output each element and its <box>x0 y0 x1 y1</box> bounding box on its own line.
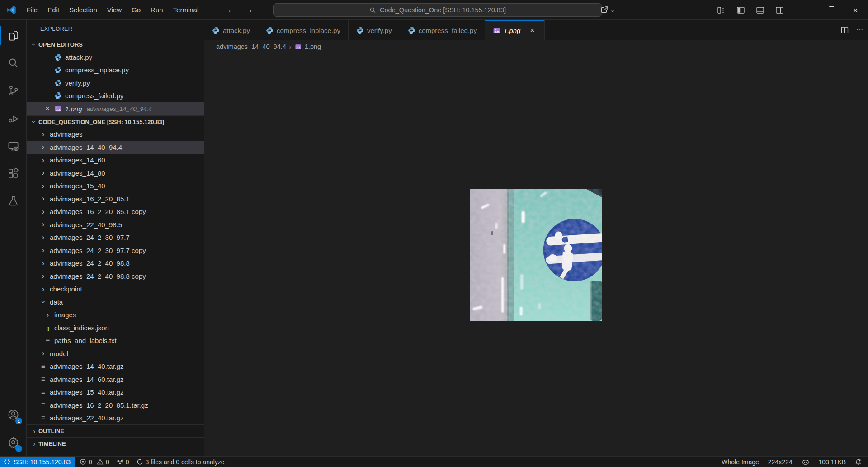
activitybar-testing[interactable] <box>0 187 26 215</box>
toggle-primary-sidebar-icon[interactable] <box>736 6 745 14</box>
error-icon <box>80 458 86 465</box>
activitybar-explorer[interactable] <box>0 22 26 49</box>
back-arrow-icon[interactable]: ← <box>227 5 236 15</box>
tree-item[interactable]: data <box>27 295 204 309</box>
activitybar-run-debug[interactable] <box>0 105 26 132</box>
bell-icon[interactable] <box>855 458 862 465</box>
open-editor-row[interactable]: compress_inplace.py <box>27 64 204 77</box>
tree-item[interactable]: advimages_24_2_30_97.7 <box>27 231 204 244</box>
more-actions-icon[interactable]: ⋯ <box>856 26 863 34</box>
progress-message: 3 files and 0 cells to analyze <box>146 458 225 466</box>
open-editor-row[interactable]: 1.png advimages_14_40_94.4 <box>27 102 204 115</box>
tree-item[interactable]: advimages_14_80 <box>27 167 204 180</box>
file-size[interactable]: 103.11KB <box>819 458 846 466</box>
breadcrumb-separator: › <box>289 43 292 51</box>
search-icon <box>7 57 19 69</box>
menu-edit[interactable]: Edit <box>42 4 64 15</box>
close-icon[interactable] <box>528 26 537 35</box>
minimize-button[interactable] <box>792 0 817 20</box>
ports-indicator[interactable]: 0 <box>117 458 129 466</box>
file-icon <box>39 130 47 139</box>
copilot-menu[interactable]: ⌄ <box>600 5 615 14</box>
menu-terminal[interactable]: Terminal <box>168 4 204 15</box>
restore-button[interactable] <box>817 0 843 20</box>
tab[interactable]: attack.py <box>204 20 258 40</box>
file-name: compress_inplace.py <box>65 66 129 74</box>
outline-section[interactable]: › OUTLINE <box>27 424 204 437</box>
activity-bar: 1 1 <box>0 20 27 456</box>
toggle-panel-icon[interactable] <box>756 6 764 14</box>
menu-view[interactable]: View <box>102 4 127 15</box>
close-window-button[interactable]: × <box>843 0 868 20</box>
tab[interactable]: compress_failed.py <box>400 20 485 40</box>
tree-item[interactable]: advimages_16_2_20_85.1 copy <box>27 205 204 219</box>
tree-item[interactable]: advimages_24_2_40_98.8 <box>27 257 204 270</box>
file-type-icon <box>408 27 415 34</box>
progress-indicator[interactable]: 3 files and 0 cells to analyze <box>137 458 225 466</box>
workspace-header[interactable]: › CODE_QUESTION_ONE [SSH: 10.155.120.83] <box>27 115 204 128</box>
tree-item[interactable]: advimages_22_40_98.5 <box>27 218 204 231</box>
open-editors-label: OPEN EDITORS <box>38 41 83 48</box>
forward-arrow-icon[interactable]: → <box>245 5 253 15</box>
customize-layout-icon[interactable] <box>717 6 726 14</box>
tree-item[interactable]: paths_and_labels.txt <box>27 334 204 348</box>
history-nav: ← → <box>227 5 253 15</box>
command-center[interactable]: Code_Question_One [SSH: 10.155.120.83] <box>273 3 602 17</box>
tab[interactable]: 1.png <box>485 20 545 40</box>
activitybar-search[interactable] <box>0 49 26 77</box>
tree-item[interactable]: checkpoint <box>27 283 204 296</box>
remote-indicator[interactable]: SSH: 10.155.120.83 <box>0 457 75 467</box>
menu-more-icon[interactable]: ⋯ <box>203 4 220 16</box>
image-dimensions[interactable]: 224x224 <box>768 458 793 466</box>
tab-bar: attack.py <box>204 20 868 40</box>
activitybar-accounts[interactable]: 1 <box>0 401 26 429</box>
tree-item[interactable]: advimages <box>27 128 204 141</box>
breadcrumb-file[interactable]: 1.png <box>305 43 321 50</box>
explorer-more-icon[interactable]: ⋯ <box>189 25 197 33</box>
activitybar-remote-explorer[interactable] <box>0 132 26 160</box>
breadcrumb-folder[interactable]: advimages_14_40_94.4 <box>216 43 286 50</box>
problems-indicator[interactable]: 0 0 <box>80 458 109 466</box>
file-icon <box>39 181 47 191</box>
tree-item[interactable]: class_indices.json <box>27 321 204 334</box>
tree-item[interactable]: advimages_14_40_94.4 <box>27 141 204 154</box>
tree-item[interactable]: advimages_15_40 <box>27 180 204 193</box>
tree-item[interactable]: images <box>27 309 204 322</box>
file-type-icon <box>54 53 62 61</box>
tree-item[interactable]: advimages_14_60.tar.gz <box>27 373 204 386</box>
tree-item[interactable]: advimages_14_60 <box>27 154 204 167</box>
tree-item[interactable]: advimages_14_40.tar.gz <box>27 360 204 373</box>
menu-selection[interactable]: Selection <box>64 4 102 15</box>
toggle-secondary-sidebar-icon[interactable] <box>775 6 784 14</box>
file-type-icon <box>266 27 274 34</box>
menu-file[interactable]: File <box>22 4 42 15</box>
split-editor-icon[interactable] <box>840 26 849 34</box>
tree-item[interactable]: advimages_24_2_40_98.8 copy <box>27 270 204 283</box>
file-icon <box>39 207 47 216</box>
tab[interactable]: compress_inplace.py <box>258 20 349 40</box>
close-icon[interactable] <box>43 104 52 113</box>
menu-go[interactable]: Go <box>127 4 146 15</box>
file-icon <box>39 414 47 422</box>
open-editors-header[interactable]: › OPEN EDITORS <box>27 38 204 51</box>
run-debug-icon <box>7 112 19 124</box>
statusbar-right: Whole Image 224x224 103.11KB <box>722 458 868 466</box>
tree-item[interactable]: advimages_16_2_20_85.1.tar.gz <box>27 399 204 412</box>
image-zoom-mode[interactable]: Whole Image <box>722 458 759 466</box>
layout-controls <box>717 6 784 14</box>
tree-item[interactable]: model <box>27 347 204 360</box>
tree-item[interactable]: advimages_16_2_20_85.1 <box>27 192 204 205</box>
tree-item[interactable]: advimages_22_40.tar.gz <box>27 412 204 425</box>
tree-item[interactable]: advimages_15_40.tar.gz <box>27 386 204 399</box>
open-editor-row[interactable]: attack.py <box>27 51 204 64</box>
copilot-icon[interactable] <box>802 458 810 466</box>
activitybar-extensions[interactable] <box>0 160 26 187</box>
tree-item[interactable]: advimages_24_2_30_97.7 copy <box>27 244 204 257</box>
open-editor-row[interactable]: verify.py <box>27 76 204 90</box>
tab[interactable]: verify.py <box>349 20 400 40</box>
timeline-section[interactable]: › TIMELINE <box>27 437 204 450</box>
activitybar-settings[interactable]: 1 <box>0 429 26 456</box>
activitybar-source-control[interactable] <box>0 77 26 105</box>
open-editor-row[interactable]: compress_failed.py <box>27 90 204 103</box>
menu-run[interactable]: Run <box>146 4 168 15</box>
